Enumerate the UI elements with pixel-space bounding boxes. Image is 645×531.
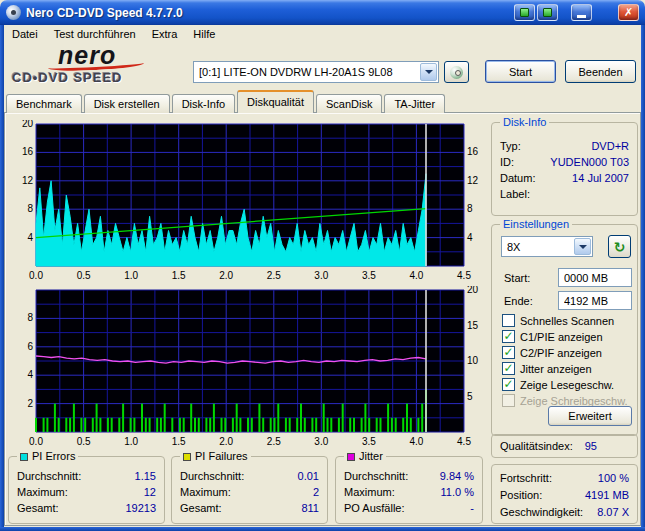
pi-errors-title: PI Errors (17, 450, 78, 463)
pi-failures-title-text: PI Failures (195, 450, 248, 462)
progress-value: 100 % (598, 472, 629, 484)
stat-value: 11.0 % (441, 486, 474, 498)
pi-failures-legend-icon (183, 453, 191, 461)
menu-datei[interactable]: Datei (4, 27, 46, 41)
app-disc-icon (6, 5, 21, 20)
pie-speed-chart: 481216204812160.00.51.01.52.02.53.03.54.… (8, 120, 490, 282)
svg-text:20: 20 (467, 286, 479, 295)
stat-label: Gesamt: (180, 502, 222, 514)
stat-label: Maximum: (180, 486, 231, 498)
stat-label: Durchschnitt: (344, 470, 408, 482)
tab-scandisk[interactable]: ScanDisk (316, 94, 382, 113)
scan-start-input[interactable] (558, 268, 632, 287)
titlebar-icon-button-1[interactable] (514, 4, 535, 21)
disk-info-group: Disk-Info Typ:DVD+R ID:YUDEN000 T03 Datu… (491, 122, 638, 216)
checkbox-box: ✓ (502, 378, 515, 391)
checkbox-label: Schnelles Scannen (520, 315, 614, 327)
svg-text:1.5: 1.5 (172, 270, 186, 281)
scan-start-label: Start: (504, 272, 530, 284)
svg-text:8: 8 (467, 203, 473, 214)
checkbox-box: ✓ (502, 362, 515, 375)
tab-strip: Benchmark Disk erstellen Disk-Info Diskq… (6, 91, 447, 113)
svg-text:3.5: 3.5 (362, 270, 376, 281)
window-title: Nero CD-DVD Speed 4.7.7.0 (26, 6, 514, 20)
checkbox-label: C1/PIE anzeigen (520, 331, 603, 343)
tab-ta-jitter[interactable]: TA-Jitter (384, 94, 445, 113)
svg-text:5: 5 (467, 391, 473, 402)
window-frame-bottom (0, 527, 645, 531)
svg-text:1.0: 1.0 (124, 436, 138, 447)
svg-text:0.0: 0.0 (29, 436, 43, 447)
stat-value: - (470, 502, 474, 514)
disk-id-value: YUDEN000 T03 (550, 156, 629, 168)
stat-label: Gesamt: (17, 502, 59, 514)
stat-value: 2 (313, 486, 319, 498)
svg-text:0.5: 0.5 (77, 436, 91, 447)
menu-test-durchfuehren[interactable]: Test durchführen (46, 27, 144, 41)
svg-text:4: 4 (27, 369, 33, 380)
progress-label: Fortschritt: (500, 472, 552, 484)
speed-select[interactable]: 8X (501, 236, 593, 257)
stat-value: 19213 (125, 502, 156, 514)
start-button[interactable]: Start (485, 60, 556, 83)
disk-id-label: ID: (500, 156, 514, 168)
stat-label: Maximum: (17, 486, 68, 498)
svg-text:12: 12 (22, 175, 34, 186)
svg-text:2.5: 2.5 (267, 270, 281, 281)
checkbox-schnelles-scannen[interactable]: ✓ Schnelles Scannen (502, 314, 614, 327)
check-icon: ✓ (503, 363, 513, 373)
tab-disk-info[interactable]: Disk-Info (172, 94, 235, 113)
checkbox-c2-pif-anzeigen[interactable]: ✓ C2/PIF anzeigen (502, 346, 602, 359)
menu-hilfe[interactable]: Hilfe (185, 27, 223, 41)
quit-button[interactable]: Beenden (565, 60, 636, 83)
jitter-title: Jitter (344, 450, 386, 463)
chevron-down-icon[interactable] (420, 63, 437, 81)
svg-text:1.0: 1.0 (124, 270, 138, 281)
svg-text:15: 15 (467, 320, 479, 331)
speed-select-value: 8X (502, 241, 573, 253)
svg-text:8: 8 (27, 312, 33, 323)
jitter-box: Jitter Durchschnitt:9.84 % Maximum:11.0 … (335, 456, 483, 524)
minimize-button[interactable] (571, 4, 592, 21)
svg-text:4: 4 (27, 232, 33, 243)
svg-text:20: 20 (22, 120, 34, 129)
svg-text:2: 2 (27, 398, 33, 409)
stat-label: Durchschnitt: (180, 470, 244, 482)
cddvdspeed-logo-text: CD•DVD SPEED (12, 70, 187, 85)
drive-info-button[interactable] (444, 61, 469, 83)
checkbox-c1-pie-anzeigen[interactable]: ✓ C1/PIE anzeigen (502, 330, 603, 343)
status-box: Fortschritt:100 % Position:4191 MB Gesch… (491, 464, 638, 524)
green-square-icon (520, 8, 529, 17)
disk-date-label: Datum: (500, 172, 535, 184)
titlebar-icon-button-2[interactable] (537, 4, 558, 21)
svg-text:12: 12 (467, 175, 479, 186)
checkbox-jitter-anzeigen[interactable]: ✓ Jitter anzeigen (502, 362, 592, 375)
svg-text:16: 16 (22, 146, 34, 157)
check-icon: ✓ (503, 379, 513, 389)
svg-text:4.0: 4.0 (409, 436, 423, 447)
disk-label-label: Label: (500, 188, 530, 200)
advanced-button[interactable]: Erweitert (548, 406, 632, 426)
svg-text:4.0: 4.0 (409, 270, 423, 281)
pi-errors-box: PI Errors Durchschnitt:1.15 Maximum:12 G… (8, 456, 165, 524)
scan-end-input[interactable] (558, 291, 632, 310)
checkbox-label: Zeige Lesegeschw. (520, 379, 614, 391)
drive-select[interactable]: [0:1] LITE-ON DVDRW LH-20A1S 9L08 (193, 61, 439, 83)
pif-jitter-chart: 246851015200.00.51.01.52.02.53.03.54.04.… (8, 286, 490, 448)
tab-diskqualitaet[interactable]: Diskqualität (237, 90, 314, 113)
jitter-title-text: Jitter (359, 450, 383, 462)
close-button[interactable]: ✗ (618, 4, 639, 21)
svg-text:3.0: 3.0 (314, 270, 328, 281)
nero-logo: nero CD•DVD SPEED (12, 44, 187, 90)
chevron-down-icon[interactable] (574, 238, 591, 255)
quality-index-value: 95 (585, 440, 597, 452)
titlebar[interactable]: Nero CD-DVD Speed 4.7.7.0 ✗ (0, 0, 645, 25)
menu-extra[interactable]: Extra (144, 27, 186, 41)
disk-type-label: Typ: (500, 140, 521, 152)
checkbox-box: ✓ (502, 330, 515, 343)
tab-disk-erstellen[interactable]: Disk erstellen (84, 94, 170, 113)
checkbox-zeige-lesegeschw[interactable]: ✓ Zeige Lesegeschw. (502, 378, 614, 391)
checkbox-label: Zeige Schreibgeschw. (520, 395, 628, 407)
tab-benchmark[interactable]: Benchmark (6, 94, 82, 113)
refresh-speed-button[interactable]: ↻ (608, 235, 631, 258)
